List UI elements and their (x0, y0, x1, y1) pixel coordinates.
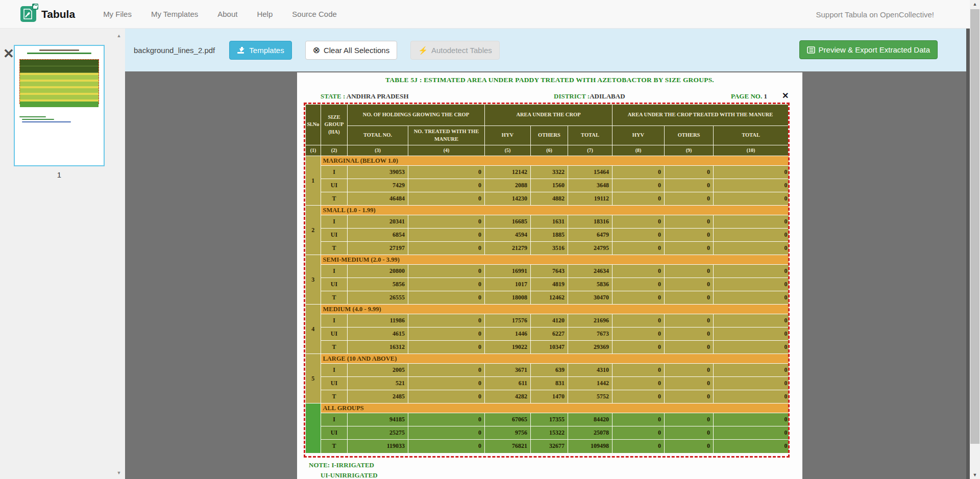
autodetect-tables-button[interactable]: ⚡ Autodetect Tables (410, 41, 500, 60)
remove-page-button[interactable]: ✕ (3, 47, 14, 60)
circle-x-icon: ⊗ (313, 46, 320, 55)
sidebar-scroll-up-icon[interactable]: ▲ (113, 32, 125, 40)
window-scrollbar[interactable]: ▲ ▼ (970, 0, 980, 479)
thumb-note-line (22, 119, 54, 120)
thumb-title-line (39, 49, 79, 51)
scroll-up-arrow-icon[interactable]: ▲ (970, 0, 980, 8)
nav-menu: My FilesMy TemplatesAboutHelpSource Code (93, 10, 347, 18)
sidebar-scroll-down-icon[interactable]: ▼ (113, 469, 125, 477)
page-thumbnails-sidebar: ✕ 1 ▲ ▼ (0, 29, 125, 479)
nav-item-my-templates[interactable]: My Templates (141, 10, 208, 18)
content-right-edge (966, 29, 970, 479)
thumb-subtitle-line (27, 53, 91, 54)
thumb-note-line (22, 121, 71, 122)
nav-item-my-files[interactable]: My Files (93, 10, 141, 18)
nav-item-source-code[interactable]: Source Code (282, 10, 347, 18)
tabula-app: Tabula My FilesMy TemplatesAboutHelpSour… (0, 0, 980, 479)
page-1-thumbnail[interactable] (14, 45, 105, 166)
nav-item-about[interactable]: About (208, 10, 247, 18)
clear-button-label: Clear All Selections (324, 46, 389, 55)
state-field: STATE : ANDHRA PRADESH (321, 92, 409, 100)
lightning-icon: ⚡ (418, 46, 428, 54)
note-line: UI-UNIRRIGATED (321, 471, 378, 479)
note-line: NOTE: I-IRRIGATED (309, 461, 374, 469)
pdf-page[interactable]: TABLE 5J : ESTIMATED AREA UNDER PADDY TR… (297, 72, 802, 479)
table-selection-region[interactable] (304, 103, 790, 458)
page-no-field: PAGE NO. 1 (731, 92, 767, 100)
thumbnail-table-selection (19, 59, 99, 104)
document-toolbar: background_lines_2.pdf Templates ⊗ Clear… (125, 29, 966, 71)
thumb-note-line (19, 116, 46, 117)
table-title: TABLE 5J : ESTIMATED AREA UNDER PADDY TR… (297, 76, 802, 84)
top-navbar: Tabula My FilesMy TemplatesAboutHelpSour… (0, 0, 980, 29)
templates-button[interactable]: Templates (229, 41, 291, 60)
district-field: DISTRICT :ADILABAD (554, 92, 625, 100)
brand-title[interactable]: Tabula (41, 8, 75, 20)
templates-button-label: Templates (249, 46, 284, 55)
lock-icon (32, 4, 38, 10)
scroll-down-arrow-icon[interactable]: ▼ (970, 471, 980, 479)
preview-export-button[interactable]: Preview & Export Extracted Data (799, 40, 938, 59)
page-number-label: 1 (14, 170, 105, 179)
support-link[interactable]: Support Tabula on OpenCollective! (816, 0, 934, 29)
nav-item-help[interactable]: Help (247, 10, 282, 18)
document-meta-row: STATE : ANDHRA PRADESH DISTRICT :ADILABA… (297, 92, 802, 102)
window-scrollbar-thumb[interactable] (970, 9, 979, 444)
clear-all-selections-button[interactable]: ⊗ Clear All Selections (305, 41, 397, 60)
autodetect-button-label: Autodetect Tables (431, 46, 492, 55)
document-filename: background_lines_2.pdf (134, 46, 215, 55)
selection-close-button[interactable]: ✕ (782, 92, 789, 100)
export-button-label: Preview & Export Extracted Data (819, 45, 930, 54)
table-list-icon (807, 46, 815, 54)
pdf-viewer-area: TABLE 5J : ESTIMATED AREA UNDER PADDY TR… (125, 71, 969, 479)
template-import-icon (237, 46, 246, 54)
tabula-logo-icon[interactable] (20, 6, 36, 22)
